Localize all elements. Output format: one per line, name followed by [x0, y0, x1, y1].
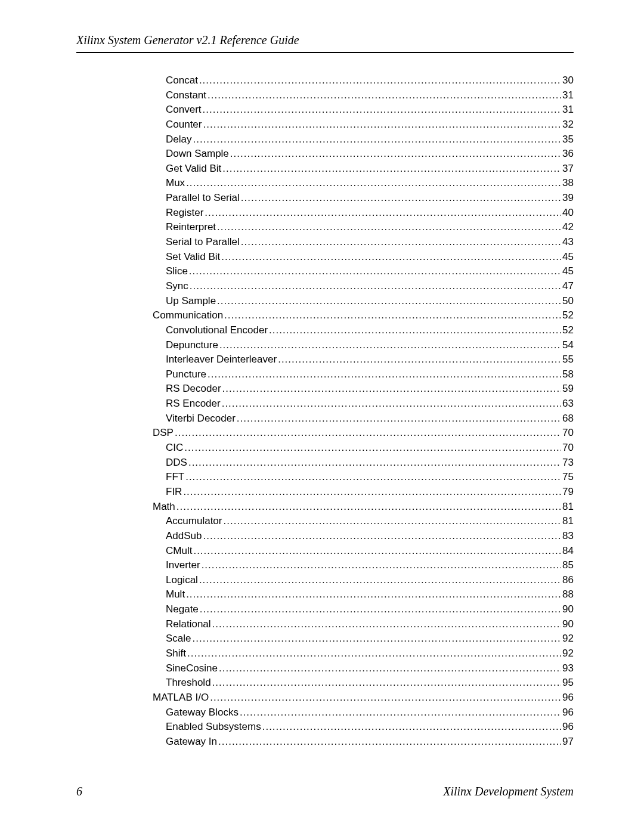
- toc-leader: [200, 602, 561, 617]
- toc-label: Serial to Parallel: [166, 235, 240, 250]
- toc-label: AddSub: [166, 529, 202, 544]
- toc-leader: [278, 352, 561, 367]
- toc-leader: [240, 705, 561, 720]
- toc-row[interactable]: Gateway In97: [140, 735, 574, 750]
- toc-row[interactable]: Enabled Subsystems96: [140, 720, 574, 735]
- toc-row[interactable]: Puncture58: [140, 367, 574, 382]
- toc-label: Gateway In: [166, 735, 217, 750]
- toc-label: Accumulator: [166, 514, 222, 529]
- toc-row[interactable]: Logical86: [140, 573, 574, 588]
- toc-row[interactable]: Depuncture54: [140, 338, 574, 353]
- toc-row[interactable]: Inverter85: [140, 558, 574, 573]
- toc-row[interactable]: Serial to Parallel43: [140, 235, 574, 250]
- toc-leader: [269, 323, 561, 338]
- toc-row[interactable]: Communication52: [140, 308, 574, 323]
- toc-page-number: 45: [562, 264, 574, 279]
- toc-row[interactable]: Get Valid Bit37: [140, 162, 574, 176]
- toc-leader: [189, 264, 561, 279]
- toc-leader: [212, 617, 561, 632]
- toc-row[interactable]: AddSub83: [140, 529, 574, 544]
- toc-row[interactable]: SineCosine93: [140, 661, 574, 676]
- toc-leader: [183, 485, 561, 500]
- toc-row[interactable]: Negate90: [140, 602, 574, 617]
- toc-row[interactable]: Concat30: [140, 73, 574, 88]
- toc-row[interactable]: RS Encoder63: [140, 397, 574, 411]
- toc-row[interactable]: Shift92: [140, 646, 574, 661]
- toc-row[interactable]: Up Sample50: [140, 294, 574, 309]
- toc-label: SineCosine: [166, 661, 218, 676]
- toc-page-number: 73: [562, 456, 574, 470]
- toc-row[interactable]: FFT75: [140, 470, 574, 485]
- toc-leader: [187, 646, 561, 661]
- toc-page-number: 55: [562, 352, 574, 367]
- toc-row[interactable]: Parallel to Serial39: [140, 191, 574, 206]
- toc-row[interactable]: DSP70: [140, 426, 574, 441]
- toc-leader: [185, 470, 561, 485]
- toc-page-number: 86: [562, 573, 574, 588]
- toc-page-number: 68: [562, 411, 574, 426]
- toc-page-number: 58: [562, 367, 574, 382]
- toc-page-number: 90: [562, 602, 574, 617]
- toc-leader: [203, 103, 562, 117]
- toc-label: RS Encoder: [166, 397, 221, 411]
- toc-row[interactable]: Counter32: [140, 117, 574, 132]
- toc-page-number: 35: [562, 132, 574, 147]
- toc-row[interactable]: CIC70: [140, 441, 574, 456]
- toc-row[interactable]: Convolutional Encoder52: [140, 323, 574, 338]
- toc-row[interactable]: MATLAB I/O96: [140, 690, 574, 705]
- toc-row[interactable]: Convert31: [140, 103, 574, 117]
- toc-row[interactable]: Sync47: [140, 279, 574, 294]
- toc-label: Down Sample: [166, 147, 229, 162]
- toc-page-number: 39: [562, 191, 574, 206]
- toc-row[interactable]: Relational90: [140, 617, 574, 632]
- toc-page-number: 43: [562, 235, 574, 250]
- toc-row[interactable]: RS Decoder59: [140, 382, 574, 397]
- toc-leader: [218, 735, 561, 750]
- toc-label: Shift: [166, 646, 186, 661]
- toc-label: Scale: [166, 631, 191, 646]
- toc-label: Logical: [166, 573, 198, 588]
- toc-page-number: 52: [562, 308, 574, 323]
- toc-leader: [186, 176, 561, 191]
- toc-label: Get Valid Bit: [166, 162, 221, 176]
- toc-label: Slice: [166, 264, 188, 279]
- toc-label: DSP: [153, 426, 174, 441]
- toc-row[interactable]: Mux38: [140, 176, 574, 191]
- toc-row[interactable]: Mult88: [140, 587, 574, 602]
- toc-label: Up Sample: [166, 294, 216, 309]
- toc-leader: [177, 500, 561, 515]
- table-of-contents: Concat30Constant31Convert31Counter32Dela…: [140, 73, 574, 749]
- toc-page-number: 70: [562, 426, 574, 441]
- toc-label: Math: [153, 500, 175, 515]
- toc-row[interactable]: Accumulator81: [140, 514, 574, 529]
- toc-row[interactable]: Viterbi Decoder68: [140, 411, 574, 426]
- toc-row[interactable]: Gateway Blocks96: [140, 705, 574, 720]
- toc-row[interactable]: Constant31: [140, 88, 574, 103]
- toc-row[interactable]: Interleaver Deinterleaver55: [140, 352, 574, 367]
- toc-page-number: 93: [562, 661, 574, 676]
- toc-row[interactable]: Reinterpret42: [140, 220, 574, 235]
- toc-page-number: 32: [562, 117, 574, 132]
- toc-page-number: 96: [562, 690, 574, 705]
- toc-row[interactable]: Slice45: [140, 264, 574, 279]
- toc-row[interactable]: CMult84: [140, 544, 574, 559]
- toc-label: Viterbi Decoder: [166, 411, 236, 426]
- toc-label: Convert: [166, 103, 202, 117]
- toc-row[interactable]: Delay35: [140, 132, 574, 147]
- toc-label: Interleaver Deinterleaver: [166, 352, 277, 367]
- toc-page-number: 36: [562, 147, 574, 162]
- toc-row[interactable]: Scale92: [140, 631, 574, 646]
- toc-row[interactable]: Math81: [140, 500, 574, 515]
- toc-label: Concat: [166, 73, 198, 88]
- toc-row[interactable]: Threshold95: [140, 676, 574, 690]
- toc-label: MATLAB I/O: [153, 690, 209, 705]
- toc-leader: [205, 206, 561, 221]
- toc-label: Enabled Subsystems: [166, 720, 261, 735]
- toc-page-number: 47: [562, 279, 574, 294]
- toc-leader: [210, 690, 561, 705]
- toc-row[interactable]: Register40: [140, 206, 574, 221]
- toc-row[interactable]: Set Valid Bit45: [140, 250, 574, 265]
- toc-row[interactable]: DDS73: [140, 456, 574, 470]
- toc-row[interactable]: FIR79: [140, 485, 574, 500]
- toc-row[interactable]: Down Sample36: [140, 147, 574, 162]
